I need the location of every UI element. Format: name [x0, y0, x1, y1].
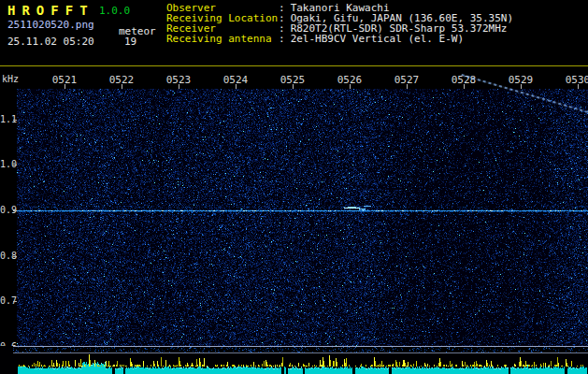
hrofft-window: HROFFT 1.0.0 2511020520.png meteor 25.11… [0, 0, 588, 374]
freq-tick-label: 0.7 [0, 295, 12, 306]
freq-tick-label: 0.9 [0, 205, 12, 215]
freq-tick-label: 0.8 [0, 251, 12, 261]
signal-strip-canvas [0, 346, 588, 374]
freq-tick-label: 1.1 [0, 114, 12, 124]
freq-tick-label: 1.0 [0, 159, 12, 169]
spectrogram-canvas [17, 89, 588, 347]
